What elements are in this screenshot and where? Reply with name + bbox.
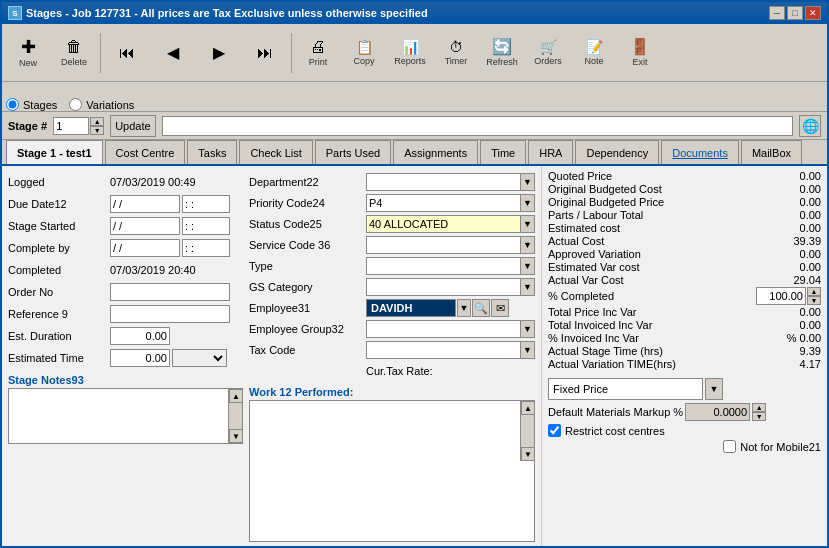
new-button[interactable]: ✚ New xyxy=(6,28,50,78)
pct-completed-input[interactable] xyxy=(756,287,806,305)
employee-input[interactable] xyxy=(366,299,456,317)
refresh-button[interactable]: 🔄 Refresh xyxy=(480,28,524,78)
maximize-button[interactable]: □ xyxy=(787,6,803,20)
gs-category-dropdown-btn[interactable]: ▼ xyxy=(521,278,535,296)
work-performed-label: Work 12 Performed: xyxy=(249,386,535,398)
not-for-mobile-checkbox[interactable] xyxy=(723,440,736,453)
service-dropdown-btn[interactable]: ▼ xyxy=(521,236,535,254)
employee-dropdown-btn[interactable]: ▼ xyxy=(457,299,471,317)
markup-up-btn[interactable]: ▲ xyxy=(752,403,766,412)
reports-button[interactable]: 📊 Reports xyxy=(388,28,432,78)
tab-documents[interactable]: Documents xyxy=(661,140,739,164)
last-icon: ⏭ xyxy=(257,45,273,61)
minimize-button[interactable]: ─ xyxy=(769,6,785,20)
tab-dependency[interactable]: Dependency xyxy=(575,140,659,164)
employee-group-label: Employee Group32 xyxy=(249,323,364,335)
print-button[interactable]: 🖨 Print xyxy=(296,28,340,78)
stage-number-input[interactable] xyxy=(53,117,89,135)
department-label: Department22 xyxy=(249,176,364,188)
pct-invoiced-inc-var-label: % Invoiced Inc Var xyxy=(548,332,747,344)
stage-notes-textarea[interactable] xyxy=(9,389,228,443)
markup-input[interactable] xyxy=(685,403,750,421)
service-input[interactable] xyxy=(366,236,521,254)
est-time-unit[interactable] xyxy=(172,349,227,367)
next-button[interactable]: ▶ xyxy=(197,28,241,78)
toolbar: ✚ New 🗑 Delete ⏮ ◀ ▶ ⏭ 🖨 Print 📋 Copy xyxy=(2,24,827,82)
parts-labour-label: Parts / Labour Total xyxy=(548,209,747,221)
complete-by-time-input[interactable] xyxy=(182,239,230,257)
type-dropdown-btn[interactable]: ▼ xyxy=(521,257,535,275)
gs-category-input[interactable] xyxy=(366,278,521,296)
prev-button[interactable]: ◀ xyxy=(151,28,195,78)
tab-assignments[interactable]: Assignments xyxy=(393,140,478,164)
parts-labour-value: 0.00 xyxy=(751,209,821,221)
markup-down-btn[interactable]: ▼ xyxy=(752,412,766,421)
stage-title-input[interactable]: test1 xyxy=(162,116,793,136)
copy-button[interactable]: 📋 Copy xyxy=(342,28,386,78)
work-scroll-up[interactable]: ▲ xyxy=(521,401,535,415)
stage-number-down[interactable]: ▼ xyxy=(90,126,104,135)
status-input[interactable] xyxy=(366,215,521,233)
actual-var-cost-value: 29.04 xyxy=(751,274,821,286)
stages-label: Stages xyxy=(23,99,57,111)
tab-stage-1[interactable]: Stage 1 - test1 xyxy=(6,140,103,164)
pct-up-btn[interactable]: ▲ xyxy=(807,287,821,296)
tab-check-list[interactable]: Check List xyxy=(239,140,312,164)
pct-down-btn[interactable]: ▼ xyxy=(807,296,821,305)
restrict-cost-checkbox[interactable] xyxy=(548,424,561,437)
orders-button[interactable]: 🛒 Orders xyxy=(526,28,570,78)
tab-parts-used[interactable]: Parts Used xyxy=(315,140,391,164)
tab-tasks[interactable]: Tasks xyxy=(187,140,237,164)
actual-variation-time-value: 4.17 xyxy=(751,358,821,370)
est-duration-input[interactable] xyxy=(110,327,170,345)
type-input[interactable] xyxy=(366,257,521,275)
tab-cost-centre[interactable]: Cost Centre xyxy=(105,140,186,164)
stage-number-up[interactable]: ▲ xyxy=(90,117,104,126)
stage-started-date-input[interactable] xyxy=(110,217,180,235)
priority-input[interactable] xyxy=(366,194,521,212)
globe-button[interactable]: 🌐 xyxy=(799,115,821,137)
timer-button[interactable]: ⏱ Timer xyxy=(434,28,478,78)
stage-started-time-input[interactable] xyxy=(182,217,230,235)
close-button[interactable]: ✕ xyxy=(805,6,821,20)
tab-mailbox[interactable]: MailBox xyxy=(741,140,802,164)
tab-time[interactable]: Time xyxy=(480,140,526,164)
employee-group-input[interactable] xyxy=(366,320,521,338)
department-dropdown-btn[interactable]: ▼ xyxy=(521,173,535,191)
order-no-input[interactable] xyxy=(110,283,230,301)
employee-group-dropdown-btn[interactable]: ▼ xyxy=(521,320,535,338)
est-time-input[interactable] xyxy=(110,349,170,367)
fixed-price-input[interactable] xyxy=(548,378,703,400)
update-stage-button[interactable]: Update xyxy=(110,115,155,137)
reference-input[interactable] xyxy=(110,305,230,323)
department-input[interactable] xyxy=(366,173,521,191)
last-button[interactable]: ⏭ xyxy=(243,28,287,78)
due-date-input[interactable] xyxy=(110,195,180,213)
first-button[interactable]: ⏮ xyxy=(105,28,149,78)
stage-notes-scroll-up[interactable]: ▲ xyxy=(229,389,243,403)
fixed-price-dropdown-btn[interactable]: ▼ xyxy=(705,378,723,400)
reference-label: Reference 9 xyxy=(8,308,108,320)
actual-stage-time-label: Actual Stage Time (hrs) xyxy=(548,345,747,357)
variations-radio[interactable] xyxy=(69,98,82,111)
tax-code-dropdown-btn[interactable]: ▼ xyxy=(521,341,535,359)
status-dropdown-btn[interactable]: ▼ xyxy=(521,215,535,233)
stages-radio[interactable] xyxy=(6,98,19,111)
priority-dropdown-btn[interactable]: ▼ xyxy=(521,194,535,212)
note-button[interactable]: 📝 Note xyxy=(572,28,616,78)
work-scroll-down[interactable]: ▼ xyxy=(521,447,535,461)
employee-search-btn[interactable]: 🔍 xyxy=(472,299,490,317)
employee-mail-btn[interactable]: ✉ xyxy=(491,299,509,317)
tab-hra[interactable]: HRA xyxy=(528,140,573,164)
right-panel: Quoted Price 0.00 Original Budgeted Cost… xyxy=(542,166,827,546)
exit-button[interactable]: 🚪 Exit xyxy=(618,28,662,78)
total-price-inc-var-label: Total Price Inc Var xyxy=(548,306,747,318)
work-performed-textarea[interactable] xyxy=(250,401,520,461)
app-icon: S xyxy=(8,6,22,20)
due-time-input[interactable] xyxy=(182,195,230,213)
stage-notes-scroll-down[interactable]: ▼ xyxy=(229,429,243,443)
delete-button[interactable]: 🗑 Delete xyxy=(52,28,96,78)
tax-code-input[interactable] xyxy=(366,341,521,359)
order-no-label: Order No xyxy=(8,286,108,298)
complete-by-date-input[interactable] xyxy=(110,239,180,257)
